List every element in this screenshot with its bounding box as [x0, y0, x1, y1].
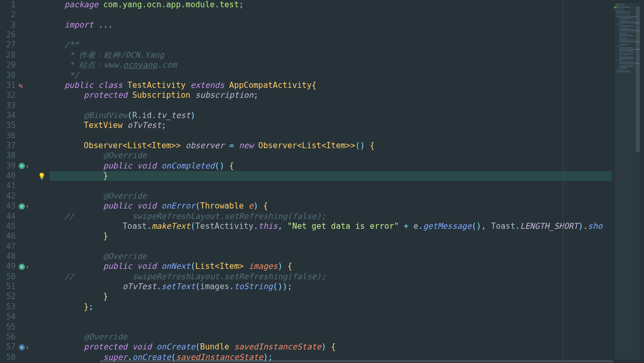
line-number: 56 — [0, 332, 19, 342]
line-number: 36 — [0, 131, 19, 141]
line-number: 43 — [0, 201, 19, 211]
line-number: 1 — [0, 0, 19, 10]
line-number: 50 — [0, 272, 19, 282]
line-number: 31 — [0, 81, 19, 90]
line-number-gutter: 1232627282930313233343536373839404142434… — [0, 0, 19, 363]
line-number: 38 — [0, 151, 19, 161]
override-gutter-icon[interactable]: ↑ — [19, 262, 50, 271]
line-number: 29 — [0, 60, 19, 70]
override-gutter-icon[interactable]: ↑ — [19, 201, 50, 211]
override-gutter-icon[interactable]: ↑ — [19, 161, 50, 171]
line-number: 26 — [0, 30, 19, 40]
line-number: 44 — [0, 212, 19, 222]
line-number: 33 — [0, 101, 19, 111]
line-number: 35 — [0, 121, 19, 131]
line-number: 41 — [0, 181, 19, 191]
line-number: 40 — [0, 171, 19, 181]
line-number: 46 — [0, 231, 19, 241]
line-number: 55 — [0, 322, 19, 332]
right-margin-guide — [563, 0, 564, 363]
minimap[interactable] — [615, 3, 640, 360]
override-gutter-icon[interactable]: ↑ — [19, 342, 50, 352]
gutter-icon-column: ≒ ↑ 💡 ↑ ↑ ↑ — [19, 0, 50, 363]
line-number: 57 — [0, 342, 19, 352]
line-number: 27 — [0, 40, 19, 50]
line-number: 39 — [0, 161, 19, 171]
line-number: 58 — [0, 353, 19, 362]
line-number: 54 — [0, 312, 19, 322]
inspection-ok-icon[interactable]: ✔ — [613, 2, 617, 12]
line-number: 34 — [0, 111, 19, 121]
line-number: 47 — [0, 242, 19, 252]
line-number: 49 — [0, 262, 19, 271]
line-number: 2 — [0, 10, 19, 20]
class-diff-marker-icon[interactable]: ≒ — [19, 81, 50, 90]
code-editor[interactable]: 1232627282930313233343536373839404142434… — [0, 0, 644, 363]
code-area[interactable]: package com.yang.ocn.app.module.test; im… — [50, 0, 644, 363]
line-number: 48 — [0, 252, 19, 262]
line-number: 42 — [0, 191, 19, 201]
line-number: 28 — [0, 50, 19, 60]
line-number: 3 — [0, 20, 19, 30]
line-number: 30 — [0, 71, 19, 81]
intention-bulb-icon[interactable]: 💡 — [38, 173, 46, 180]
code-line[interactable]: package com.yang.ocn.app.module.test; — [50, 0, 644, 10]
line-number: 52 — [0, 292, 19, 302]
line-number: 51 — [0, 282, 19, 292]
line-number: 45 — [0, 222, 19, 231]
line-number: 53 — [0, 302, 19, 312]
line-number: 37 — [0, 141, 19, 151]
minimap-scrollbar[interactable] — [636, 3, 640, 360]
line-number: 32 — [0, 90, 19, 100]
